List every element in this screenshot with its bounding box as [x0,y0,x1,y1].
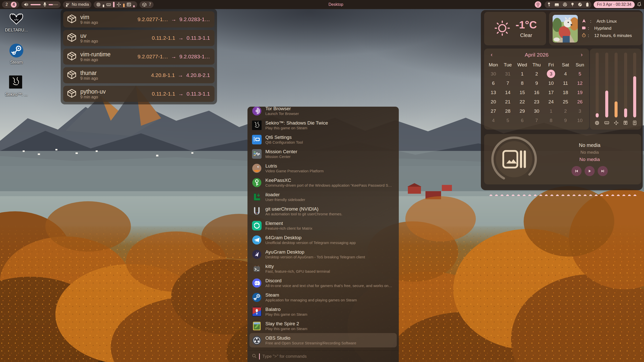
app-row[interactable]: OBS Studio Free and Open Source Streamin… [249,333,397,347]
network-tray-icon[interactable] [554,3,559,7]
system-stats-pill[interactable] [94,1,137,8]
calendar-day[interactable]: 25 [558,97,573,106]
app-row[interactable]: 64Gram Desktop Unofficial desktop versio… [249,233,397,247]
play-button[interactable] [585,166,595,176]
app-row[interactable]: Tor Browser Launch Tor Browser [249,107,397,118]
app-row[interactable]: kitty Fast, feature-rich, GPU based term… [249,261,397,276]
calendar-day[interactable]: 9 [529,78,544,88]
volume-slider[interactable] [30,4,41,5]
calendar-day[interactable]: 6 [515,116,529,125]
calendar-day[interactable]: 30 [486,69,500,78]
calendar-day[interactable]: 8 [544,116,558,125]
calendar-prev-button[interactable]: ‹ [491,52,492,58]
microphone-icon[interactable] [43,2,47,7]
calendar-day[interactable]: 23 [529,97,544,106]
calendar-day[interactable]: 22 [515,97,529,106]
speaker-icon[interactable] [24,3,28,7]
search-input[interactable] [262,354,394,359]
notification-bell-icon[interactable] [637,2,641,8]
stopwatch-icon [582,33,586,39]
calendar-day[interactable]: 20 [486,97,500,106]
calendar-day[interactable]: 17 [544,88,558,97]
next-track-button[interactable] [598,166,608,176]
app-row[interactable]: Sekiro™: Shadows Die Twice Play this gam… [249,118,397,132]
calendar-day[interactable]: 5 [573,69,587,78]
clock[interactable]: Fri 3 Apr - 00:32:34 [594,1,635,8]
lightbulb-badge-icon[interactable] [535,1,541,8]
calendar-day[interactable]: 19 [573,88,587,97]
keepassxc-tray-icon[interactable] [547,2,551,7]
calendar-day[interactable]: 28 [500,106,515,116]
update-row[interactable]: vim 9 min ago 9.2.0277-1… → 9.2.0283-1… [63,11,214,27]
caffeine-tray-icon[interactable] [571,2,574,7]
calendar-day[interactable]: 10 [573,116,587,125]
calendar-day[interactable]: 18 [558,88,573,97]
update-package-name: thunar [80,70,98,76]
calendar-day[interactable]: 6 [486,78,500,88]
update-row[interactable]: python-uv 9 min ago 0.11.2-1.1 → 0.11.3-… [63,86,214,102]
app-row[interactable]: Slay the Spire 2 Play this game on Steam [249,319,397,333]
app-row[interactable]: Qt6 Settings Qt6 Configuration Tool [249,132,397,147]
calendar-day[interactable]: 30 [529,106,544,116]
calendar-day[interactable]: 3 [573,106,587,116]
calendar-day[interactable]: 3 [544,69,558,78]
desktop-icon-deltarune[interactable]: DELTARU... [3,11,30,33]
battery-tray-icon[interactable] [586,2,589,7]
calendar-day[interactable]: 27 [486,106,500,116]
app-row[interactable]: Steam Application for managing and playi… [249,290,397,304]
calendar-day[interactable]: 10 [544,78,558,88]
calendar-day[interactable]: 26 [573,97,587,106]
desktop-icon-steam[interactable]: Steam [3,43,30,65]
calendar-day[interactable]: 29 [515,106,529,116]
calendar-day[interactable]: 9 [558,116,573,125]
weather-card[interactable]: -1°C Clear [484,12,546,45]
app-row[interactable]: Lutris Video Game Preservation Platform [249,161,397,175]
calendar-day[interactable]: 14 [500,88,515,97]
calendar-day[interactable]: 15 [515,88,529,97]
app-row[interactable]: git userChrome (NVIDIA) An automation to… [249,204,397,218]
update-row[interactable]: thunar 9 min ago 4.20.8-1.1 → 4.20.8-2.1 [63,67,214,83]
app-row[interactable]: Discord All-in-one voice and text chat f… [249,276,397,290]
calendar-day[interactable]: 1 [544,106,558,116]
calendar-next-button[interactable]: › [581,52,583,58]
calendar-day[interactable]: 5 [500,116,515,125]
workspace-4-active[interactable]: 4 [11,2,17,8]
uptime-value: 12 hours, 6 minutes [594,33,632,38]
calendar-day[interactable]: 7 [529,116,544,125]
desktop-icon-column: DELTARU... Steam Sekiro™: ... [3,11,30,108]
updates-pill[interactable]: 7 [139,1,154,8]
desktop-icon-sekiro[interactable]: Sekiro™: ... [3,75,30,97]
calendar-day[interactable]: 1 [515,69,529,78]
calendar-day[interactable]: 13 [486,88,500,97]
calendar-day[interactable]: 31 [500,69,515,78]
update-count: 7 [149,2,151,7]
update-row[interactable]: vim-runtime 9 min ago 9.2.0277-1… → 9.2.… [63,49,214,65]
ram-stat [604,53,609,127]
update-row[interactable]: uv 9 min ago 0.11.2-1.1 → 0.11.3-1.1 [63,30,214,46]
workspace-2[interactable]: 2 [5,2,9,7]
calendar-day[interactable]: 2 [529,69,544,78]
calendar-day[interactable]: 16 [529,88,544,97]
previous-track-button[interactable] [571,166,582,176]
calendar-day[interactable]: 8 [515,78,529,88]
app-row[interactable]: iloader User-friendly sideloader [249,190,397,204]
app-row[interactable]: KeePassXC Community-driven port of the W… [249,175,397,190]
calendar-day[interactable]: 2 [558,106,573,116]
mic-slider[interactable] [49,4,58,5]
app-row[interactable]: Balatro Play this game on Steam [249,304,397,319]
calendar-day[interactable]: 12 [573,78,587,88]
app-name: iloader [265,192,305,197]
workspace-pill[interactable]: 2 4 [2,1,19,8]
obs-tray-icon[interactable] [563,2,567,7]
calendar-day[interactable]: 4 [486,116,500,125]
app-row[interactable]: Element Feature-rich client for Matrix [249,218,397,233]
calendar-day[interactable]: 24 [544,97,558,106]
calendar-day[interactable]: 21 [500,97,515,106]
calendar-day[interactable]: 7 [500,78,515,88]
calendar-day[interactable]: 11 [558,78,573,88]
media-pill[interactable]: No media [63,1,91,8]
app-row[interactable]: AyuGram Desktop Desktop version of AyuGr… [249,247,397,261]
calendar-day[interactable]: 4 [558,69,573,78]
steam-tray-icon[interactable] [578,2,582,7]
app-row[interactable]: Mission Center Mission Center [249,147,397,161]
